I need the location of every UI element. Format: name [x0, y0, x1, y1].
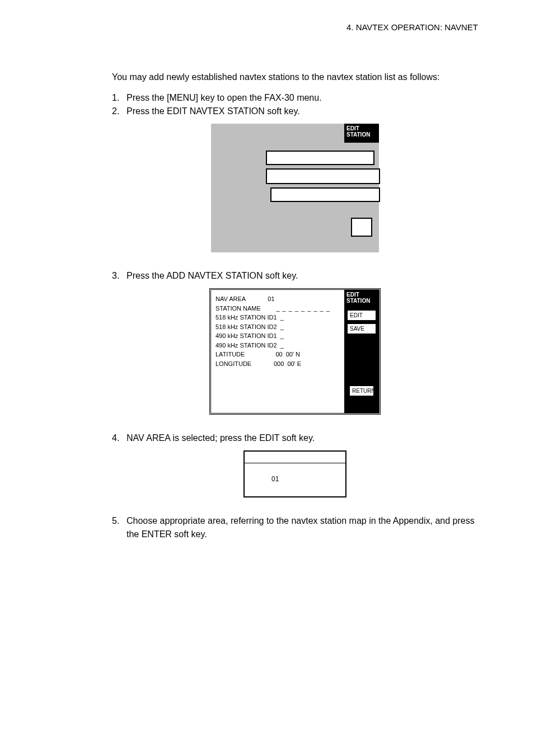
- softkey-slot-4[interactable]: [351, 218, 372, 237]
- r490-id1-val: _: [280, 332, 284, 339]
- softkey-column: EDIT STATION EDIT SAVE RETURN: [344, 290, 379, 413]
- step-1-text: Press the [MENU] key to open the FAX-30 …: [127, 91, 322, 105]
- step-1-num: 1.: [112, 91, 127, 105]
- edit-station-tab-line1: EDIT: [346, 125, 359, 132]
- save-softkey[interactable]: SAVE: [346, 323, 377, 335]
- nav-area-edit-window: 01: [243, 450, 346, 497]
- row-station-name: STATION NAME _ _ _ _ _ _ _ _ _: [216, 304, 340, 313]
- page-header: 4. NAVTEX OPERATION: NAVNET: [112, 22, 478, 32]
- step-4-text: NAV AREA is selected; press the EDIT sof…: [127, 431, 315, 445]
- row-518-id1: 518 kHz STATION ID1 _: [216, 313, 340, 322]
- lat-val: 00 00' N: [275, 351, 300, 358]
- station-name-label: STATION NAME: [216, 305, 261, 312]
- step-3: 3. Press the ADD NAVTEX STATION soft key…: [112, 269, 478, 283]
- nav-area-val: 01: [268, 295, 274, 302]
- station-form: NAV AREA 01 STATION NAME _ _ _ _ _ _ _ _…: [216, 294, 340, 368]
- row-longitude: LONGITUDE 000 00' E: [216, 359, 340, 369]
- step-1: 1. Press the [MENU] key to open the FAX-…: [112, 91, 478, 105]
- edit-station-grey-screen: EDIT STATION: [211, 124, 379, 252]
- add-navtex-station-screen: NAV AREA 01 STATION NAME _ _ _ _ _ _ _ _…: [209, 288, 381, 415]
- lat-label: LATITUDE: [216, 351, 245, 358]
- station-name-val: _ _ _ _ _ _ _ _ _: [276, 305, 330, 312]
- step-2-text: Press the EDIT NAVTEX STATION soft key.: [127, 105, 300, 118]
- return-softkey[interactable]: RETURN: [349, 385, 374, 397]
- edit-station-tab[interactable]: EDIT STATION: [344, 124, 379, 143]
- r490-id1-label: 490 kHz STATION ID1: [216, 332, 277, 339]
- row-490-id1: 490 kHz STATION ID1 _: [216, 331, 340, 341]
- edit-station-tab2-line2: STATION: [346, 298, 370, 304]
- step-5-num: 5.: [112, 514, 127, 541]
- r490-id2-label: 490 kHz STATION ID2: [216, 342, 277, 349]
- step-2-num: 2.: [112, 105, 127, 118]
- r490-id2-val: _: [280, 342, 284, 349]
- nav-area-edit-titlebar: [245, 452, 345, 463]
- step-2: 2. Press the EDIT NAVTEX STATION soft ke…: [112, 105, 478, 118]
- step-5-text: Choose appropriate area, referring to th…: [127, 514, 478, 541]
- r518-id1-val: _: [280, 314, 284, 321]
- edit-softkey[interactable]: EDIT: [346, 309, 377, 321]
- softkey-slot-3[interactable]: [270, 187, 380, 202]
- nav-area-label: NAV AREA: [216, 295, 246, 302]
- row-latitude: LATITUDE 00 00' N: [216, 350, 340, 359]
- step-3-num: 3.: [112, 269, 127, 283]
- edit-station-tab-2[interactable]: EDIT STATION: [344, 290, 379, 308]
- edit-station-tab2-line1: EDIT: [346, 292, 359, 298]
- step-4: 4. NAV AREA is selected; press the EDIT …: [112, 431, 478, 445]
- step-5: 5. Choose appropriate area, referring to…: [112, 514, 478, 541]
- softkey-slot-1[interactable]: [266, 151, 374, 165]
- step-3-text: Press the ADD NAVTEX STATION soft key.: [127, 269, 298, 283]
- lon-val: 000 00' E: [274, 360, 301, 367]
- softkey-slot-2[interactable]: [266, 168, 380, 184]
- nav-area-edit-value: 01: [271, 475, 279, 483]
- step-4-num: 4.: [112, 431, 127, 445]
- r518-id1-label: 518 kHz STATION ID1: [216, 314, 277, 321]
- edit-station-tab-line2: STATION: [346, 132, 370, 138]
- r518-id2-val: _: [280, 323, 284, 330]
- r518-id2-label: 518 kHz STATION ID2: [216, 323, 277, 330]
- lon-label: LONGITUDE: [216, 360, 251, 367]
- row-nav-area: NAV AREA 01: [216, 294, 340, 304]
- row-518-id2: 518 kHz STATION ID2 _: [216, 322, 340, 332]
- row-490-id2: 490 kHz STATION ID2 _: [216, 341, 340, 350]
- intro-paragraph: You may add newly established navtex sta…: [112, 71, 478, 83]
